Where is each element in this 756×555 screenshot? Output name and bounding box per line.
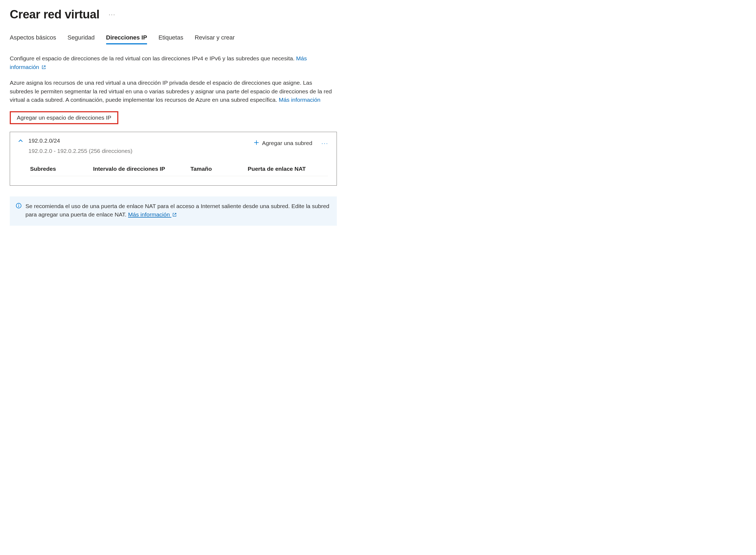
page-header: Crear red virtual ···	[10, 8, 337, 21]
add-subnet-button[interactable]: Agregar una subred	[253, 138, 313, 148]
address-space-header: 192.0.2.0/24 192.0.2.0 - 192.0.2.255 (25…	[17, 137, 329, 154]
address-space-card: 192.0.2.0/24 192.0.2.0 - 192.0.2.255 (25…	[10, 132, 337, 186]
tab-security[interactable]: Seguridad	[68, 34, 94, 44]
col-nat-gateway: Puerta de enlace NAT	[248, 166, 328, 172]
subnet-table-header: Subredes Intervalo de direcciones IP Tam…	[30, 166, 328, 176]
tab-review-create[interactable]: Revisar y crear	[195, 34, 235, 44]
nat-gateway-info-text: Se recomienda el uso de una puerta de en…	[26, 202, 330, 219]
subnet-table: Subredes Intervalo de direcciones IP Tam…	[30, 166, 328, 176]
page-more-button[interactable]: ···	[107, 10, 117, 19]
col-ip-range: Intervalo de direcciones IP	[93, 166, 191, 172]
tab-basics[interactable]: Aspectos básicos	[10, 34, 56, 44]
tabs: Aspectos básicos Seguridad Direcciones I…	[10, 34, 337, 44]
learn-more-subnets-link[interactable]: Más información	[279, 97, 320, 103]
address-space-more-button[interactable]: ···	[320, 139, 329, 147]
add-subnet-label: Agregar una subred	[262, 140, 313, 146]
description-ip-space: Configure el espacio de direcciones de l…	[10, 54, 337, 72]
description-subnets: Azure asigna los recursos de una red vir…	[10, 79, 337, 104]
ellipsis-icon: ···	[321, 140, 328, 146]
plus-icon	[253, 140, 260, 147]
external-link-icon	[42, 63, 46, 72]
tab-tags[interactable]: Etiquetas	[158, 34, 183, 44]
svg-point-2	[18, 204, 19, 205]
address-space-cidr: 192.0.2.0/24	[29, 137, 132, 144]
col-subnets: Subredes	[30, 166, 93, 172]
chevron-up-icon[interactable]	[17, 137, 24, 146]
nat-gateway-info-banner: Se recomienda el uso de una puerta de en…	[10, 197, 337, 226]
col-size: Tamaño	[190, 166, 248, 172]
tab-ip-addresses[interactable]: Direcciones IP	[106, 34, 147, 44]
learn-more-nat-link[interactable]: Más información	[128, 211, 176, 218]
description-ip-space-text: Configure el espacio de direcciones de l…	[10, 55, 296, 61]
page-title: Crear red virtual	[10, 8, 100, 21]
info-icon	[16, 202, 22, 211]
external-link-icon	[172, 211, 176, 219]
add-ip-address-space-button[interactable]: Agregar un espacio de direcciones IP	[10, 111, 118, 124]
ellipsis-icon: ···	[109, 11, 116, 17]
address-space-range: 192.0.2.0 - 192.0.2.255 (256 direcciones…	[29, 148, 132, 154]
